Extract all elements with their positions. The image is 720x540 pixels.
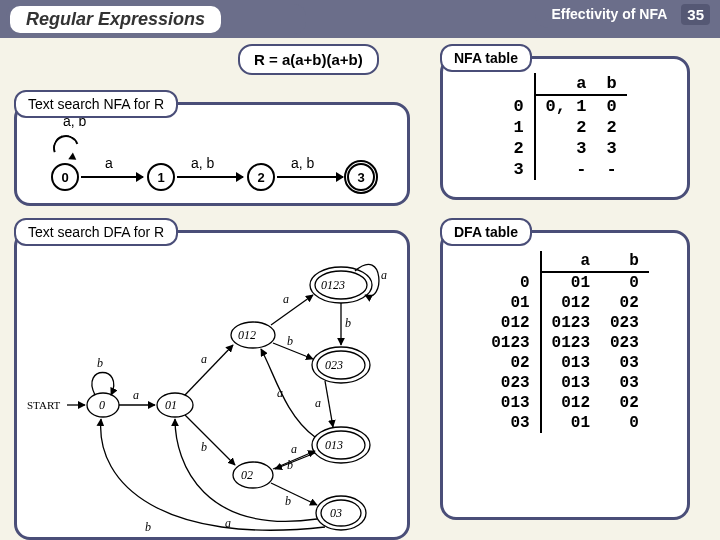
svg-text:0123: 0123 bbox=[321, 278, 345, 292]
svg-text:0: 0 bbox=[99, 398, 105, 412]
nfa-state-2: 2 bbox=[247, 163, 275, 191]
svg-line-25 bbox=[185, 345, 233, 395]
svg-text:023: 023 bbox=[325, 358, 343, 372]
nfa-state-3: 3 bbox=[347, 163, 375, 191]
nfa-table: ab00, 101222333-- bbox=[503, 73, 626, 180]
nfa-panel-label: Text search NFA for R bbox=[14, 90, 178, 118]
svg-text:a: a bbox=[381, 268, 387, 282]
svg-text:012: 012 bbox=[238, 328, 256, 342]
svg-text:02: 02 bbox=[241, 468, 253, 482]
slide-header: Regular Expressions Effectivity of NFA 3… bbox=[0, 0, 720, 38]
svg-text:START: START bbox=[27, 399, 61, 411]
nfa-edge01-label: a bbox=[105, 155, 113, 171]
svg-point-11 bbox=[233, 462, 273, 488]
slide-subtitle: Effectivity of NFA bbox=[551, 6, 667, 22]
nfa-loop-0 bbox=[49, 131, 84, 166]
slide-title: Regular Expressions bbox=[10, 6, 221, 33]
svg-text:a: a bbox=[133, 388, 139, 402]
svg-text:b: b bbox=[97, 356, 103, 370]
svg-line-43 bbox=[271, 483, 317, 505]
svg-line-36 bbox=[325, 381, 333, 427]
svg-text:a: a bbox=[277, 386, 283, 400]
svg-text:b: b bbox=[285, 494, 291, 508]
svg-text:01: 01 bbox=[165, 398, 177, 412]
svg-text:a: a bbox=[201, 352, 207, 366]
nfa-table-label: NFA table bbox=[440, 44, 532, 72]
dfa-panel-label: Text search DFA for R bbox=[14, 218, 178, 246]
nfa-state-1: 1 bbox=[147, 163, 175, 191]
nfa-state-0: 0 bbox=[51, 163, 79, 191]
svg-text:a: a bbox=[283, 292, 289, 306]
dfa-table-panel: ab00100101202012012302301230123023020130… bbox=[440, 230, 690, 520]
svg-text:013: 013 bbox=[325, 438, 343, 452]
nfa-edge-23 bbox=[277, 176, 343, 178]
nfa-diagram: a, b 0 a 1 a, b 2 a, b 3 bbox=[17, 105, 407, 203]
nfa-edge-12 bbox=[177, 176, 243, 178]
svg-text:b: b bbox=[287, 458, 293, 472]
dfa-table-label: DFA table bbox=[440, 218, 532, 246]
dfa-panel: START 0 01 012 0123 02 023 013 03 bbox=[14, 230, 410, 540]
nfa-table-panel: ab00, 101222333-- bbox=[440, 56, 690, 200]
svg-text:a: a bbox=[315, 396, 321, 410]
svg-text:03: 03 bbox=[330, 506, 342, 520]
nfa-edge-01 bbox=[81, 176, 143, 178]
nfa-edge12-label: a, b bbox=[191, 155, 214, 171]
svg-line-31 bbox=[273, 343, 313, 359]
svg-text:b: b bbox=[345, 316, 351, 330]
svg-text:a: a bbox=[291, 442, 297, 456]
regex-formula: R = a(a+b)(a+b) bbox=[238, 44, 379, 75]
svg-text:b: b bbox=[145, 520, 151, 534]
svg-text:b: b bbox=[287, 334, 293, 348]
svg-text:b: b bbox=[201, 440, 207, 454]
dfa-table: ab00100101202012012302301230123023020130… bbox=[481, 251, 649, 433]
page-number: 35 bbox=[681, 4, 710, 25]
dfa-diagram: START 0 01 012 0123 02 023 013 03 bbox=[25, 245, 405, 535]
svg-line-29 bbox=[271, 295, 313, 325]
svg-line-27 bbox=[185, 415, 235, 465]
nfa-edge23-label: a, b bbox=[291, 155, 314, 171]
